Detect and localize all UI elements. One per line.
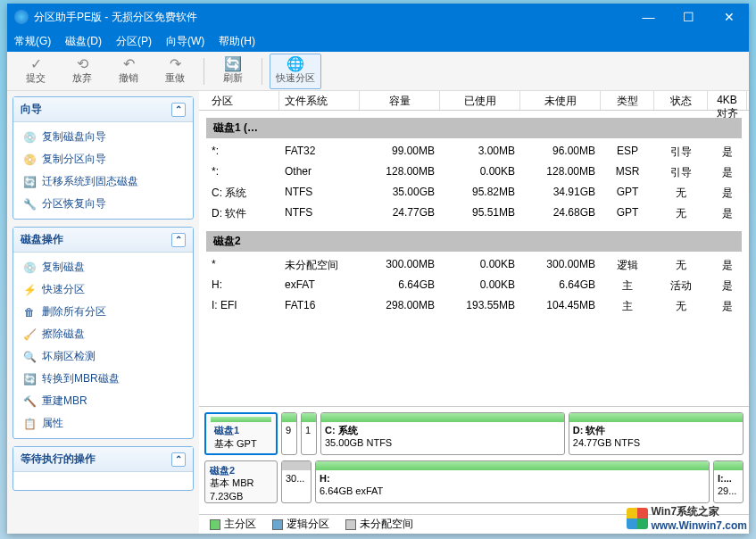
toolbar-discard[interactable]: ⟲放弃 bbox=[61, 54, 104, 89]
panel-pending-body bbox=[13, 472, 193, 490]
wizard-item-icon: 📀 bbox=[22, 153, 37, 167]
col-used[interactable]: 已使用 bbox=[440, 91, 520, 110]
diskops-item[interactable]: 📋属性 bbox=[13, 412, 193, 435]
partition-row[interactable]: I: EFIFAT16298.00MB193.55MB104.45MB主无是 bbox=[199, 296, 749, 317]
diskops-item[interactable]: 🔍坏扇区检测 bbox=[13, 345, 193, 368]
disk1-part-msr[interactable]: 1 bbox=[301, 412, 317, 455]
window-title: 分区助手PE版 - 无损分区免费软件 bbox=[34, 10, 628, 25]
legend-logical: 逻辑分区 bbox=[272, 517, 329, 532]
col-type[interactable]: 类型 bbox=[601, 91, 654, 110]
panel-pending-header[interactable]: 等待执行的操作 ⌃ bbox=[13, 447, 193, 472]
maximize-button[interactable]: ☐ bbox=[669, 4, 709, 30]
panel-diskops: 磁盘操作 ⌃ 💿复制磁盘⚡快速分区🗑删除所有分区🧹擦除磁盘🔍坏扇区检测🔄转换到M… bbox=[12, 227, 194, 439]
collapse-icon[interactable]: ⌃ bbox=[171, 233, 186, 247]
wizard-item-icon: 🔧 bbox=[22, 197, 37, 211]
diskops-item-icon: 🔍 bbox=[22, 350, 37, 364]
disk1-info[interactable]: 磁盘1基本 GPT60.00GB bbox=[204, 412, 278, 455]
disk1-part-esp[interactable]: 9 bbox=[281, 412, 297, 455]
panel-wizard: 向导 ⌃ 💿复制磁盘向导📀复制分区向导🔄迁移系统到固态磁盘🔧分区恢复向导 bbox=[12, 96, 194, 220]
menu-bar: 常规(G) 磁盘(D) 分区(P) 向导(W) 帮助(H) bbox=[7, 30, 749, 52]
disk1-part-c[interactable]: C: 系统35.00GB NTFS bbox=[320, 412, 565, 455]
diskops-item-icon: 🗑 bbox=[22, 305, 37, 319]
partition-row[interactable]: C: 系统NTFS35.00GB95.82MB34.91GBGPT无是 bbox=[199, 183, 749, 203]
col-free[interactable]: 未使用 bbox=[520, 91, 601, 110]
close-button[interactable]: ✕ bbox=[709, 4, 749, 30]
col-capacity[interactable]: 容量 bbox=[360, 91, 440, 110]
check-icon: ✓ bbox=[30, 57, 42, 71]
partition-row[interactable]: *:Other128.00MB0.00KB128.00MBMSR引导是 bbox=[199, 162, 749, 183]
menu-partition[interactable]: 分区(P) bbox=[116, 34, 152, 49]
right-pane: 分区 文件系统 容量 已使用 未使用 类型 状态 4KB对齐 磁盘1 (…*:F… bbox=[199, 91, 749, 534]
partition-row[interactable]: *:FAT3299.00MB3.00MB96.00MBESP引导是 bbox=[199, 142, 749, 162]
legend-unalloc: 未分配空间 bbox=[345, 517, 413, 532]
watermark: Win7系统之家www.Winwin7.com bbox=[627, 504, 747, 532]
group-row[interactable]: 磁盘2 bbox=[206, 231, 742, 252]
diskops-item[interactable]: 🔨重建MBR bbox=[13, 390, 193, 412]
disk2-info[interactable]: 磁盘2基本 MBR7.23GB bbox=[204, 460, 278, 503]
group-row[interactable]: 磁盘1 (… bbox=[206, 118, 742, 138]
toolbar-commit[interactable]: ✓提交 bbox=[14, 54, 57, 89]
diskops-item-icon: 🔨 bbox=[22, 394, 37, 409]
diskops-item[interactable]: 💿复制磁盘 bbox=[13, 256, 193, 278]
menu-disk[interactable]: 磁盘(D) bbox=[65, 34, 102, 49]
app-window: 分区助手PE版 - 无损分区免费软件 — ☐ ✕ 常规(G) 磁盘(D) 分区(… bbox=[7, 4, 749, 534]
col-partition[interactable]: 分区 bbox=[199, 91, 279, 110]
partition-row[interactable]: *未分配空间300.00MB0.00KB300.00MB逻辑无是 bbox=[199, 255, 749, 276]
refresh-icon: 🔄 bbox=[224, 57, 242, 71]
menu-general[interactable]: 常规(G) bbox=[14, 34, 51, 49]
toolbar-sep bbox=[204, 58, 204, 85]
title-bar: 分区助手PE版 - 无损分区免费软件 — ☐ ✕ bbox=[7, 4, 749, 30]
toolbar-refresh[interactable]: 🔄刷新 bbox=[212, 54, 254, 89]
col-fs[interactable]: 文件系统 bbox=[279, 91, 360, 110]
minimize-button[interactable]: — bbox=[628, 4, 669, 30]
wizard-item[interactable]: 💿复制磁盘向导 bbox=[13, 126, 193, 148]
legend-primary: 主分区 bbox=[210, 517, 256, 532]
diskops-item-icon: 💿 bbox=[22, 261, 37, 275]
disk2-part-unalloc[interactable]: 30... bbox=[281, 460, 312, 503]
col-4k[interactable]: 4KB对齐 bbox=[708, 91, 747, 110]
toolbar-sep2 bbox=[262, 58, 262, 85]
diskops-item[interactable]: 🧹擦除磁盘 bbox=[13, 323, 193, 345]
redo-icon: ↷ bbox=[170, 57, 181, 71]
panel-wizard-header[interactable]: 向导 ⌃ bbox=[13, 97, 193, 122]
panel-diskops-header[interactable]: 磁盘操作 ⌃ bbox=[13, 228, 193, 253]
watermark-logo bbox=[627, 508, 648, 529]
toolbar-undo[interactable]: ↶撤销 bbox=[107, 54, 150, 89]
main-content: 向导 ⌃ 💿复制磁盘向导📀复制分区向导🔄迁移系统到固态磁盘🔧分区恢复向导 磁盘操… bbox=[7, 91, 749, 534]
panel-diskops-body: 💿复制磁盘⚡快速分区🗑删除所有分区🧹擦除磁盘🔍坏扇区检测🔄转换到MBR磁盘🔨重建… bbox=[13, 253, 193, 438]
toolbar: ✓提交 ⟲放弃 ↶撤销 ↷重做 🔄刷新 🌐快速分区 bbox=[7, 52, 749, 91]
wizard-item-icon: 💿 bbox=[22, 130, 37, 145]
disk1-part-d[interactable]: D: 软件24.77GB NTFS bbox=[569, 412, 744, 455]
wizard-item[interactable]: 🔧分区恢复向导 bbox=[13, 193, 193, 215]
disk2-part-h[interactable]: H:6.64GB exFAT bbox=[315, 460, 710, 503]
collapse-icon[interactable]: ⌃ bbox=[171, 103, 186, 117]
table-header: 分区 文件系统 容量 已使用 未使用 类型 状态 4KB对齐 bbox=[199, 91, 749, 111]
disk2-part-i[interactable]: I:...29... bbox=[713, 460, 744, 503]
diskops-item-icon: 🔄 bbox=[22, 372, 37, 386]
diskops-item[interactable]: 🗑删除所有分区 bbox=[13, 301, 193, 323]
app-icon bbox=[14, 10, 29, 24]
menu-help[interactable]: 帮助(H) bbox=[219, 34, 255, 49]
menu-wizard[interactable]: 向导(W) bbox=[166, 34, 204, 49]
partition-row[interactable]: D: 软件NTFS24.77GB95.51MB24.68GBGPT无是 bbox=[199, 203, 749, 224]
discard-icon: ⟲ bbox=[77, 57, 88, 71]
partition-row[interactable]: H:exFAT6.64GB0.00KB6.64GB主活动是 bbox=[199, 276, 749, 296]
diskops-item[interactable]: 🔄转换到MBR磁盘 bbox=[13, 368, 193, 390]
col-status[interactable]: 状态 bbox=[654, 91, 708, 110]
table-body[interactable]: 磁盘1 (…*:FAT3299.00MB3.00MB96.00MBESP引导是*… bbox=[199, 111, 749, 406]
disk-row-1: 磁盘1基本 GPT60.00GB 9 1 C: 系统35.00GB NTFS D… bbox=[204, 412, 744, 455]
toolbar-quick-partition[interactable]: 🌐快速分区 bbox=[270, 54, 321, 89]
diskops-item-icon: 📋 bbox=[22, 417, 37, 431]
diskops-item[interactable]: ⚡快速分区 bbox=[13, 278, 193, 301]
sidebar: 向导 ⌃ 💿复制磁盘向导📀复制分区向导🔄迁移系统到固态磁盘🔧分区恢复向导 磁盘操… bbox=[7, 91, 199, 534]
disk-map: 磁盘1基本 GPT60.00GB 9 1 C: 系统35.00GB NTFS D… bbox=[199, 406, 749, 514]
undo-icon: ↶ bbox=[123, 57, 135, 71]
wizard-item[interactable]: 🔄迁移系统到固态磁盘 bbox=[13, 170, 193, 193]
toolbar-redo[interactable]: ↷重做 bbox=[154, 54, 196, 89]
wizard-item[interactable]: 📀复制分区向导 bbox=[13, 148, 193, 170]
panel-pending: 等待执行的操作 ⌃ bbox=[12, 446, 194, 491]
collapse-icon[interactable]: ⌃ bbox=[171, 452, 186, 467]
panel-wizard-body: 💿复制磁盘向导📀复制分区向导🔄迁移系统到固态磁盘🔧分区恢复向导 bbox=[13, 122, 193, 219]
diskops-item-icon: 🧹 bbox=[22, 328, 37, 342]
window-controls: — ☐ ✕ bbox=[628, 4, 749, 30]
